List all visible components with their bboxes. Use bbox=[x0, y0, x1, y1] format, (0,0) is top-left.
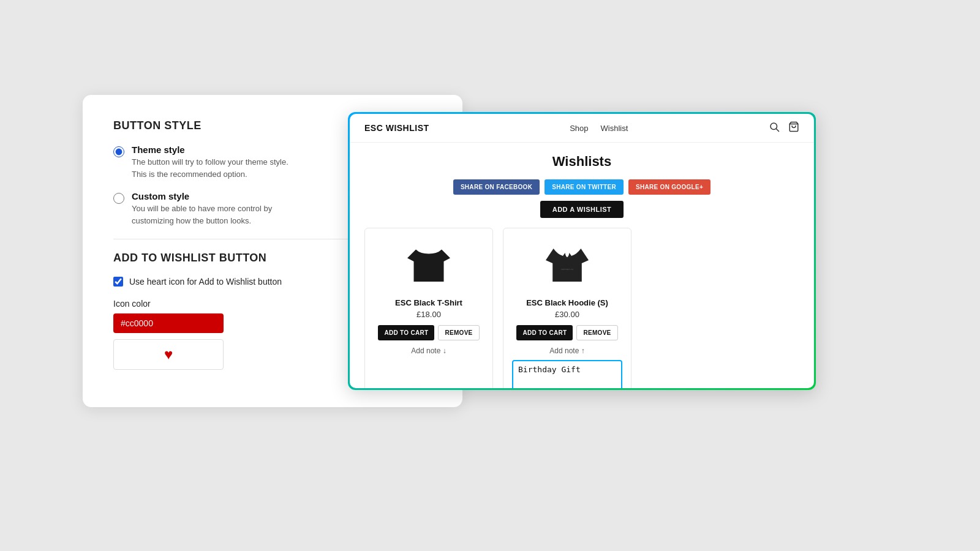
product1-actions: ADD TO CART REMOVE bbox=[374, 325, 484, 340]
theme-style-radio[interactable] bbox=[113, 146, 124, 157]
share-buttons: SHARE ON FACEBOOK SHARE ON TWITTER SHARE… bbox=[364, 179, 799, 195]
store-logo: ESC WISHLIST bbox=[364, 123, 429, 133]
add-wishlist-row: ADD A WISHLIST bbox=[364, 201, 799, 218]
nav-shop[interactable]: Shop bbox=[570, 124, 588, 133]
heart-icon: ♥ bbox=[164, 346, 173, 363]
product-image-tshirt bbox=[374, 237, 484, 292]
theme-style-label: Theme style bbox=[132, 144, 288, 155]
store-header-icons bbox=[769, 121, 799, 135]
store-header: ESC WISHLIST Shop Wishlist bbox=[350, 114, 814, 143]
heart-icon-checkbox[interactable] bbox=[113, 277, 123, 287]
custom-style-radio[interactable] bbox=[113, 193, 124, 204]
product-card-tshirt: ESC Black T-Shirt £18.00 ADD TO CART REM… bbox=[364, 228, 493, 388]
product-card-hoodie: cartman co ESC Black Hoodie (S) £30.00 A… bbox=[503, 228, 631, 388]
product1-add-note-toggle[interactable]: Add note ↓ bbox=[374, 347, 484, 355]
product2-note-textarea[interactable]: Birthday Gift bbox=[512, 360, 622, 388]
svg-point-0 bbox=[771, 123, 777, 130]
product2-price: £30.00 bbox=[512, 310, 622, 319]
product1-name: ESC Black T-Shirt bbox=[374, 298, 484, 307]
tshirt-image bbox=[407, 243, 450, 286]
product1-add-to-cart-button[interactable]: ADD TO CART bbox=[378, 325, 434, 340]
share-google-button[interactable]: SHARE ON GOOGLE+ bbox=[628, 179, 710, 195]
wishlists-title: Wishlists bbox=[364, 154, 799, 170]
storefront-bg: ESC WISHLIST Shop Wishlist bbox=[350, 114, 814, 388]
product2-add-to-cart-button[interactable]: ADD TO CART bbox=[516, 325, 573, 340]
theme-style-desc: The button will try to follow your theme… bbox=[132, 156, 288, 180]
product1-price: £18.00 bbox=[374, 310, 484, 319]
product-cards: ESC Black T-Shirt £18.00 ADD TO CART REM… bbox=[364, 228, 799, 388]
custom-style-desc: You will be able to have more control by… bbox=[132, 203, 272, 227]
storefront-panel: ESC WISHLIST Shop Wishlist bbox=[348, 112, 816, 390]
share-facebook-button[interactable]: SHARE ON FACEBOOK bbox=[453, 179, 540, 195]
product2-add-note-toggle[interactable]: Add note ↑ bbox=[512, 347, 622, 355]
heart-icon-checkbox-label: Use heart icon for Add to Wishlist butto… bbox=[129, 277, 282, 287]
heart-preview: ♥ bbox=[113, 339, 224, 370]
nav-wishlist[interactable]: Wishlist bbox=[601, 124, 628, 133]
product2-remove-button[interactable]: REMOVE bbox=[576, 325, 617, 340]
add-wishlist-button[interactable]: ADD A WISHLIST bbox=[540, 201, 624, 218]
store-nav: Shop Wishlist bbox=[570, 124, 628, 133]
product2-name: ESC Black Hoodie (S) bbox=[512, 298, 622, 307]
svg-line-1 bbox=[777, 129, 779, 132]
product2-actions: ADD TO CART REMOVE bbox=[512, 325, 622, 340]
custom-style-label: Custom style bbox=[132, 191, 272, 201]
color-swatch-button[interactable]: #cc0000 bbox=[113, 313, 224, 333]
search-icon[interactable] bbox=[769, 121, 780, 135]
store-content: Wishlists SHARE ON FACEBOOK SHARE ON TWI… bbox=[350, 143, 814, 388]
share-twitter-button[interactable]: SHARE ON TWITTER bbox=[545, 179, 624, 195]
cart-icon[interactable] bbox=[788, 121, 799, 135]
svg-text:cartman co: cartman co bbox=[561, 268, 574, 271]
hoodie-image: cartman co bbox=[546, 243, 589, 286]
product-image-hoodie: cartman co bbox=[512, 237, 622, 292]
product1-remove-button[interactable]: REMOVE bbox=[438, 325, 479, 340]
